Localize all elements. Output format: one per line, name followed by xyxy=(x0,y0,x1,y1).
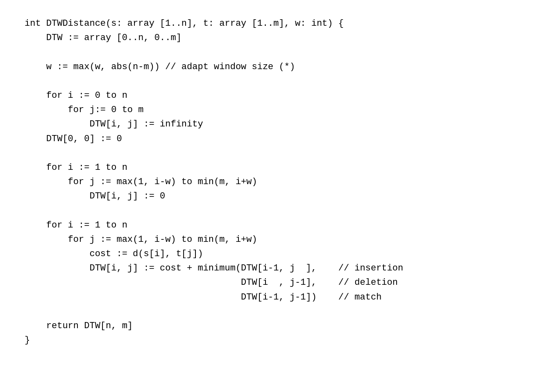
code-container: int DTWDistance(s: array [1..n], t: arra… xyxy=(0,0,549,392)
code-block: int DTWDistance(s: array [1..n], t: arra… xyxy=(25,16,524,347)
